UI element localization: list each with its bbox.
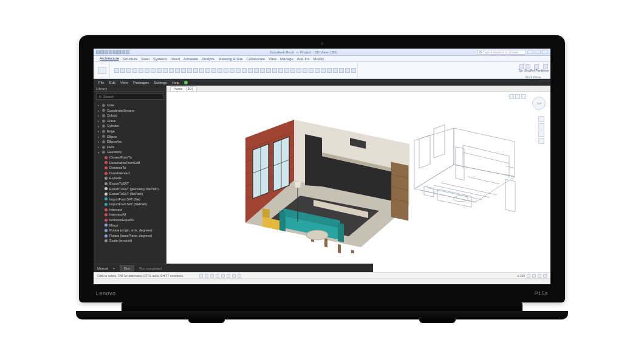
ribbon-button[interactable] [253,65,259,76]
status-icon[interactable] [238,274,241,278]
tab-insert[interactable]: Insert [171,57,180,61]
tree-item[interactable]: Explode [94,176,166,181]
status-icon[interactable] [216,274,219,278]
ribbon-button[interactable] [156,65,162,76]
ribbon-button[interactable] [174,65,180,76]
qat-icon[interactable] [113,50,117,54]
twisty-icon[interactable] [100,193,103,196]
tab-steel[interactable]: Steel [141,57,149,61]
tree-item[interactable]: DoesIntersect [94,171,166,176]
ribbon-button[interactable] [351,65,356,76]
maximize-button[interactable] [535,50,541,54]
ribbon-button[interactable] [187,65,192,76]
nav-icon[interactable] [538,131,544,137]
status-icon[interactable] [543,274,547,278]
menu-help[interactable]: Help [172,81,179,84]
run-mode[interactable]: Manual [97,267,108,270]
tab-structure[interactable]: Structure [123,57,137,61]
ribbon-button[interactable] [193,65,198,76]
twisty-icon[interactable] [100,219,103,222]
tree-item[interactable]: ExportToSAT [94,181,166,186]
zoom-level[interactable]: 1:100 [517,274,525,278]
ribbon-button[interactable] [241,65,247,76]
ribbon-button[interactable] [338,65,344,76]
tab-analyze[interactable]: Analyze [202,57,214,61]
ribbon-button[interactable] [278,65,283,76]
menu-file[interactable]: File [98,81,104,84]
twisty-icon[interactable] [100,156,103,159]
tab-systems[interactable]: Systems [153,57,167,61]
ribbon-button[interactable] [259,65,265,76]
ribbon-button[interactable] [144,65,149,76]
nav-icon[interactable] [538,123,544,129]
ribbon-button[interactable] [296,65,301,76]
title-search[interactable]: Type a keyword or phrase [478,50,526,55]
twisty-icon[interactable]: ▸ [97,109,100,112]
tab-annotate[interactable]: Annotate [183,57,198,61]
tab-modify[interactable]: Modify [313,57,324,61]
ribbon-button[interactable] [290,65,295,76]
tree-item[interactable]: ▸Cuboid [94,113,166,118]
twisty-icon[interactable] [100,161,103,164]
twisty-icon[interactable] [100,182,103,185]
ribbon-button[interactable] [114,65,119,76]
tree-item[interactable]: ImportFromSAT (filePath) [94,202,166,207]
twisty-icon[interactable] [100,224,103,227]
tree-item[interactable]: IntersectAll [94,212,166,217]
ribbon-button[interactable] [272,65,277,76]
status-icon[interactable] [532,274,536,278]
ribbon-button[interactable] [162,65,168,76]
library-search[interactable]: Search [96,94,164,100]
status-icon[interactable] [538,274,541,278]
ribbon-button[interactable] [265,65,271,76]
ribbon-button[interactable] [223,65,228,76]
quick-icon[interactable] [515,94,520,99]
ribbon-button[interactable] [138,65,143,76]
status-icon[interactable] [210,274,214,278]
status-icon[interactable] [199,274,203,278]
ribbon-button[interactable] [150,65,156,76]
ribbon-button[interactable] [168,65,174,76]
qat-icon[interactable] [104,50,108,54]
twisty-icon[interactable]: ▸ [97,130,100,133]
tree-item[interactable]: ClosestPointTo [94,155,166,160]
tree-item[interactable]: ExportToSAT (filePath) [94,191,166,197]
chevron-down-icon[interactable]: ▾ [113,267,115,270]
twisty-icon[interactable] [100,187,103,190]
qat-icon[interactable] [117,50,121,54]
run-button[interactable]: Run [120,265,134,272]
set-button[interactable]: Set [518,63,524,74]
twisty-icon[interactable]: ▸ [97,114,100,117]
twisty-icon[interactable]: ▸ [97,146,100,149]
tree-item[interactable]: Rotate (basePlane, degrees) [94,233,166,239]
ribbon-button[interactable] [217,65,222,76]
qat-icon[interactable] [109,50,112,54]
tree-item[interactable]: ▸Core [94,103,166,108]
ribbon-button[interactable] [180,65,186,76]
viewer-button[interactable]: Viewer [543,63,548,74]
menu-packages[interactable]: Packages [133,81,149,84]
qat-icon[interactable] [126,50,129,54]
tree-item[interactable]: Mirror [94,223,166,228]
twisty-icon[interactable] [100,234,103,237]
ribbon-button[interactable] [235,65,241,76]
menu-view[interactable]: View [120,81,128,84]
tree-item[interactable]: DistanceTo [94,165,166,171]
quick-icon[interactable] [521,94,526,99]
twisty-icon[interactable] [100,239,103,242]
status-icon[interactable] [232,274,236,278]
refplane-button[interactable]: Ref Plane [532,63,541,74]
tab-architecture[interactable]: Architecture [100,56,119,61]
twisty-icon[interactable] [100,166,103,169]
qat-icon[interactable] [122,50,125,54]
ribbon-button[interactable] [302,65,307,76]
twisty-icon[interactable] [100,203,103,206]
tree-item[interactable]: ▸Cylinder [94,123,166,129]
ribbon-button[interactable] [284,65,289,76]
tab-collaborate[interactable]: Collaborate [247,57,265,61]
qat-icon[interactable] [96,50,100,54]
status-icon[interactable] [205,274,208,278]
twisty-icon[interactable] [100,229,103,232]
tree-item[interactable]: ▸CoordinateSystem [94,108,166,114]
view-tab[interactable]: Home – {3D} [170,86,197,91]
